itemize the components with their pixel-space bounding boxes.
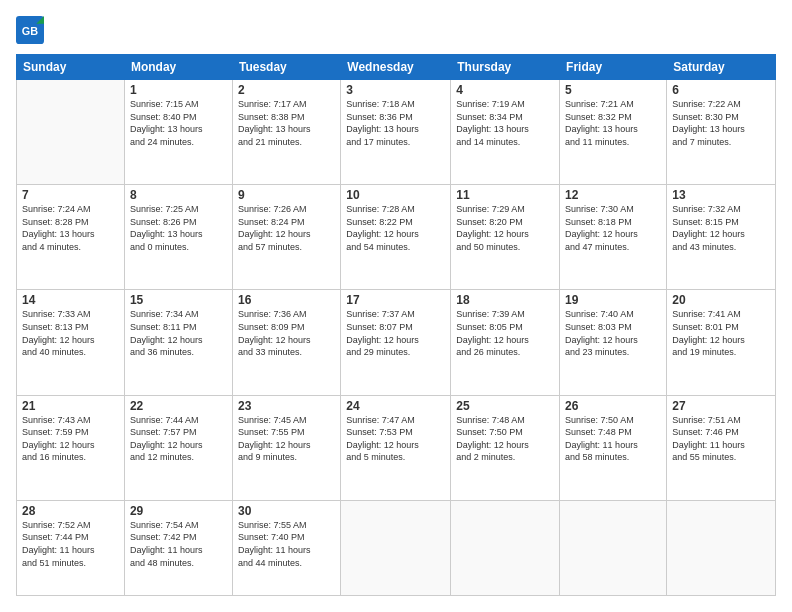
day-info: Sunrise: 7:28 AM Sunset: 8:22 PM Dayligh… xyxy=(346,203,445,253)
day-cell: 14Sunrise: 7:33 AM Sunset: 8:13 PM Dayli… xyxy=(17,290,125,395)
day-info: Sunrise: 7:26 AM Sunset: 8:24 PM Dayligh… xyxy=(238,203,335,253)
day-cell: 25Sunrise: 7:48 AM Sunset: 7:50 PM Dayli… xyxy=(451,395,560,500)
day-info: Sunrise: 7:40 AM Sunset: 8:03 PM Dayligh… xyxy=(565,308,661,358)
day-info: Sunrise: 7:54 AM Sunset: 7:42 PM Dayligh… xyxy=(130,519,227,569)
day-cell: 19Sunrise: 7:40 AM Sunset: 8:03 PM Dayli… xyxy=(560,290,667,395)
week-row-3: 14Sunrise: 7:33 AM Sunset: 8:13 PM Dayli… xyxy=(17,290,776,395)
day-info: Sunrise: 7:22 AM Sunset: 8:30 PM Dayligh… xyxy=(672,98,770,148)
day-cell: 4Sunrise: 7:19 AM Sunset: 8:34 PM Daylig… xyxy=(451,80,560,185)
day-number: 14 xyxy=(22,293,119,307)
week-row-1: 1Sunrise: 7:15 AM Sunset: 8:40 PM Daylig… xyxy=(17,80,776,185)
day-info: Sunrise: 7:52 AM Sunset: 7:44 PM Dayligh… xyxy=(22,519,119,569)
day-cell: 7Sunrise: 7:24 AM Sunset: 8:28 PM Daylig… xyxy=(17,185,125,290)
day-number: 16 xyxy=(238,293,335,307)
weekday-header-wednesday: Wednesday xyxy=(341,55,451,80)
day-number: 27 xyxy=(672,399,770,413)
day-cell: 27Sunrise: 7:51 AM Sunset: 7:46 PM Dayli… xyxy=(667,395,776,500)
day-cell: 20Sunrise: 7:41 AM Sunset: 8:01 PM Dayli… xyxy=(667,290,776,395)
day-info: Sunrise: 7:25 AM Sunset: 8:26 PM Dayligh… xyxy=(130,203,227,253)
day-number: 15 xyxy=(130,293,227,307)
day-cell: 30Sunrise: 7:55 AM Sunset: 7:40 PM Dayli… xyxy=(232,500,340,595)
day-number: 24 xyxy=(346,399,445,413)
day-cell: 3Sunrise: 7:18 AM Sunset: 8:36 PM Daylig… xyxy=(341,80,451,185)
day-number: 7 xyxy=(22,188,119,202)
day-cell: 21Sunrise: 7:43 AM Sunset: 7:59 PM Dayli… xyxy=(17,395,125,500)
day-info: Sunrise: 7:30 AM Sunset: 8:18 PM Dayligh… xyxy=(565,203,661,253)
day-number: 9 xyxy=(238,188,335,202)
day-info: Sunrise: 7:44 AM Sunset: 7:57 PM Dayligh… xyxy=(130,414,227,464)
day-number: 18 xyxy=(456,293,554,307)
day-info: Sunrise: 7:43 AM Sunset: 7:59 PM Dayligh… xyxy=(22,414,119,464)
day-cell: 26Sunrise: 7:50 AM Sunset: 7:48 PM Dayli… xyxy=(560,395,667,500)
day-number: 6 xyxy=(672,83,770,97)
day-cell: 11Sunrise: 7:29 AM Sunset: 8:20 PM Dayli… xyxy=(451,185,560,290)
day-cell: 28Sunrise: 7:52 AM Sunset: 7:44 PM Dayli… xyxy=(17,500,125,595)
week-row-5: 28Sunrise: 7:52 AM Sunset: 7:44 PM Dayli… xyxy=(17,500,776,595)
day-info: Sunrise: 7:50 AM Sunset: 7:48 PM Dayligh… xyxy=(565,414,661,464)
day-cell: 9Sunrise: 7:26 AM Sunset: 8:24 PM Daylig… xyxy=(232,185,340,290)
day-number: 3 xyxy=(346,83,445,97)
day-cell xyxy=(667,500,776,595)
day-cell xyxy=(451,500,560,595)
svg-text:GB: GB xyxy=(22,25,38,37)
day-info: Sunrise: 7:21 AM Sunset: 8:32 PM Dayligh… xyxy=(565,98,661,148)
day-cell: 29Sunrise: 7:54 AM Sunset: 7:42 PM Dayli… xyxy=(124,500,232,595)
day-cell: 6Sunrise: 7:22 AM Sunset: 8:30 PM Daylig… xyxy=(667,80,776,185)
weekday-header-row: SundayMondayTuesdayWednesdayThursdayFrid… xyxy=(17,55,776,80)
day-number: 10 xyxy=(346,188,445,202)
day-info: Sunrise: 7:37 AM Sunset: 8:07 PM Dayligh… xyxy=(346,308,445,358)
day-info: Sunrise: 7:32 AM Sunset: 8:15 PM Dayligh… xyxy=(672,203,770,253)
day-info: Sunrise: 7:51 AM Sunset: 7:46 PM Dayligh… xyxy=(672,414,770,464)
day-cell: 1Sunrise: 7:15 AM Sunset: 8:40 PM Daylig… xyxy=(124,80,232,185)
calendar-page: GB SundayMondayTuesdayWednesdayThursdayF… xyxy=(0,0,792,612)
weekday-header-saturday: Saturday xyxy=(667,55,776,80)
day-info: Sunrise: 7:34 AM Sunset: 8:11 PM Dayligh… xyxy=(130,308,227,358)
day-info: Sunrise: 7:24 AM Sunset: 8:28 PM Dayligh… xyxy=(22,203,119,253)
day-cell: 8Sunrise: 7:25 AM Sunset: 8:26 PM Daylig… xyxy=(124,185,232,290)
day-number: 12 xyxy=(565,188,661,202)
day-cell xyxy=(341,500,451,595)
week-row-2: 7Sunrise: 7:24 AM Sunset: 8:28 PM Daylig… xyxy=(17,185,776,290)
day-cell: 17Sunrise: 7:37 AM Sunset: 8:07 PM Dayli… xyxy=(341,290,451,395)
day-cell: 13Sunrise: 7:32 AM Sunset: 8:15 PM Dayli… xyxy=(667,185,776,290)
day-info: Sunrise: 7:33 AM Sunset: 8:13 PM Dayligh… xyxy=(22,308,119,358)
day-number: 2 xyxy=(238,83,335,97)
day-number: 30 xyxy=(238,504,335,518)
day-number: 21 xyxy=(22,399,119,413)
day-number: 4 xyxy=(456,83,554,97)
day-info: Sunrise: 7:15 AM Sunset: 8:40 PM Dayligh… xyxy=(130,98,227,148)
day-info: Sunrise: 7:55 AM Sunset: 7:40 PM Dayligh… xyxy=(238,519,335,569)
weekday-header-thursday: Thursday xyxy=(451,55,560,80)
day-cell: 24Sunrise: 7:47 AM Sunset: 7:53 PM Dayli… xyxy=(341,395,451,500)
day-cell: 18Sunrise: 7:39 AM Sunset: 8:05 PM Dayli… xyxy=(451,290,560,395)
day-info: Sunrise: 7:45 AM Sunset: 7:55 PM Dayligh… xyxy=(238,414,335,464)
calendar-table: SundayMondayTuesdayWednesdayThursdayFrid… xyxy=(16,54,776,596)
day-number: 22 xyxy=(130,399,227,413)
week-row-4: 21Sunrise: 7:43 AM Sunset: 7:59 PM Dayli… xyxy=(17,395,776,500)
day-info: Sunrise: 7:29 AM Sunset: 8:20 PM Dayligh… xyxy=(456,203,554,253)
day-cell: 12Sunrise: 7:30 AM Sunset: 8:18 PM Dayli… xyxy=(560,185,667,290)
day-cell: 23Sunrise: 7:45 AM Sunset: 7:55 PM Dayli… xyxy=(232,395,340,500)
day-info: Sunrise: 7:39 AM Sunset: 8:05 PM Dayligh… xyxy=(456,308,554,358)
day-number: 19 xyxy=(565,293,661,307)
day-info: Sunrise: 7:19 AM Sunset: 8:34 PM Dayligh… xyxy=(456,98,554,148)
day-cell: 22Sunrise: 7:44 AM Sunset: 7:57 PM Dayli… xyxy=(124,395,232,500)
day-cell: 2Sunrise: 7:17 AM Sunset: 8:38 PM Daylig… xyxy=(232,80,340,185)
day-info: Sunrise: 7:17 AM Sunset: 8:38 PM Dayligh… xyxy=(238,98,335,148)
weekday-header-sunday: Sunday xyxy=(17,55,125,80)
day-cell: 16Sunrise: 7:36 AM Sunset: 8:09 PM Dayli… xyxy=(232,290,340,395)
day-number: 5 xyxy=(565,83,661,97)
day-cell xyxy=(17,80,125,185)
day-cell: 15Sunrise: 7:34 AM Sunset: 8:11 PM Dayli… xyxy=(124,290,232,395)
day-info: Sunrise: 7:41 AM Sunset: 8:01 PM Dayligh… xyxy=(672,308,770,358)
day-number: 1 xyxy=(130,83,227,97)
weekday-header-friday: Friday xyxy=(560,55,667,80)
day-number: 11 xyxy=(456,188,554,202)
day-info: Sunrise: 7:18 AM Sunset: 8:36 PM Dayligh… xyxy=(346,98,445,148)
logo-icon: GB xyxy=(16,16,44,44)
day-info: Sunrise: 7:48 AM Sunset: 7:50 PM Dayligh… xyxy=(456,414,554,464)
day-info: Sunrise: 7:36 AM Sunset: 8:09 PM Dayligh… xyxy=(238,308,335,358)
weekday-header-monday: Monday xyxy=(124,55,232,80)
day-number: 29 xyxy=(130,504,227,518)
day-cell: 5Sunrise: 7:21 AM Sunset: 8:32 PM Daylig… xyxy=(560,80,667,185)
